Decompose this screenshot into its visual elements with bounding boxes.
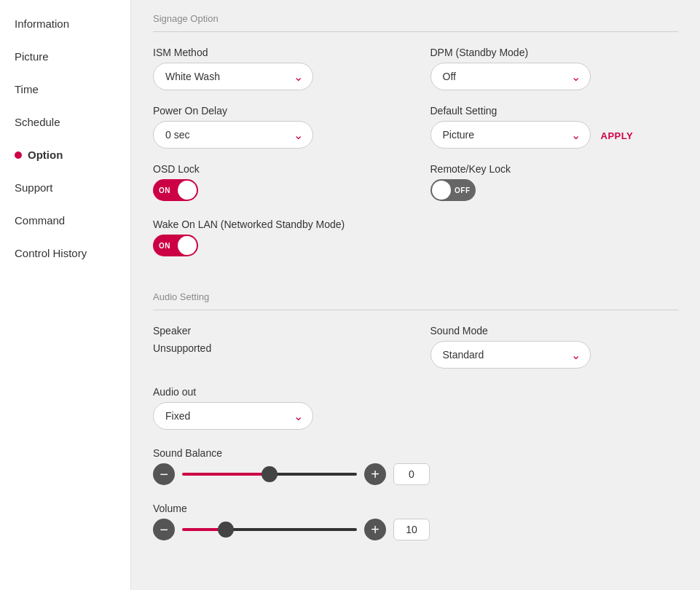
audio-out-select-wrapper: Fixed Variable ⌄ (153, 402, 313, 430)
default-setting-label: Default Setting (430, 105, 679, 117)
audio-out-select[interactable]: Fixed Variable (153, 402, 313, 430)
default-setting-select-wrapper: Picture Factory Reset ⌄ (430, 121, 591, 149)
sound-mode-select-wrapper: Standard Music Cinema Sports Game ⌄ (430, 341, 591, 369)
sound-balance-label: Sound Balance (153, 447, 678, 459)
dpm-field: DPM (Standby Mode) Off 5 sec 10 sec ⌄ (430, 47, 679, 90)
wake-on-lan-toggle-knob (178, 236, 197, 255)
osd-lock-toggle-label: ON (159, 186, 170, 194)
sidebar-item-label: Option (28, 149, 63, 161)
wake-on-lan-field: Wake On LAN (Networked Standby Mode) ON (153, 219, 678, 256)
speaker-field: Speaker Unsupported (153, 325, 401, 369)
osd-lock-field: OSD Lock ON (153, 163, 401, 201)
ism-method-select-wrapper: White Wash Normal Orbiter Inversion Dot … (153, 63, 313, 90)
sound-balance-field: Sound Balance − + (153, 447, 678, 485)
sidebar-item-label: Information (15, 17, 69, 30)
sound-balance-slider-row: − + (153, 463, 678, 485)
speaker-label: Speaker (153, 325, 401, 337)
sidebar-item-label: Schedule (15, 116, 60, 128)
audio-out-field: Audio out Fixed Variable ⌄ (153, 386, 678, 430)
remote-key-lock-label: Remote/Key Lock (430, 163, 679, 175)
default-setting-row: Picture Factory Reset ⌄ APPLY (430, 121, 679, 149)
remote-key-lock-toggle-knob (432, 181, 451, 200)
wake-on-lan-toggle-label: ON (159, 242, 170, 250)
default-setting-select[interactable]: Picture Factory Reset (430, 121, 591, 149)
dpm-select[interactable]: Off 5 sec 10 sec (430, 63, 591, 90)
ism-method-label: ISM Method (153, 47, 401, 58)
volume-slider-row: − + (153, 519, 678, 540)
sidebar-item-label: Support (15, 181, 53, 194)
audio-setting-header: Audio Setting (153, 278, 678, 310)
remote-key-lock-toggle-label: OFF (455, 186, 471, 194)
osd-lock-label: OSD Lock (153, 163, 401, 175)
volume-track[interactable] (182, 528, 357, 531)
osd-lock-toggle-knob (178, 181, 197, 200)
remote-key-lock-toggle[interactable]: OFF (430, 179, 476, 201)
volume-value[interactable] (393, 519, 430, 540)
ism-method-select[interactable]: White Wash Normal Orbiter Inversion Dot … (153, 63, 313, 90)
sidebar-item-command[interactable]: Command (0, 204, 130, 237)
active-dot-icon (15, 152, 22, 159)
remote-key-lock-field: Remote/Key Lock OFF (430, 163, 679, 201)
wake-on-lan-toggle[interactable]: ON (153, 235, 198, 256)
audio-out-label: Audio out (153, 386, 678, 398)
volume-label: Volume (153, 503, 678, 514)
sidebar-item-label: Control History (15, 247, 87, 259)
volume-field: Volume − + (153, 503, 678, 540)
apply-button[interactable]: APPLY (601, 123, 634, 149)
volume-increase-button[interactable]: + (364, 519, 386, 540)
signage-option-header: Signage Option (153, 0, 678, 32)
sidebar-item-label: Command (15, 214, 65, 227)
sidebar-item-control-history[interactable]: Control History (0, 237, 130, 270)
sound-balance-value[interactable] (393, 463, 430, 485)
power-on-delay-field: Power On Delay 0 sec 1 sec 2 sec ⌄ (153, 105, 401, 149)
sound-balance-increase-button[interactable]: + (364, 463, 386, 485)
dpm-label: DPM (Standby Mode) (430, 47, 679, 58)
volume-knob[interactable] (218, 522, 234, 538)
sound-mode-label: Sound Mode (430, 325, 679, 337)
sidebar-item-label: Time (15, 83, 39, 95)
sound-balance-knob[interactable] (261, 466, 278, 482)
sidebar-item-label: Picture (15, 50, 49, 63)
sidebar: Information Picture Time Schedule Option… (0, 0, 131, 590)
power-on-delay-label: Power On Delay (153, 105, 401, 117)
osd-lock-toggle[interactable]: ON (153, 179, 198, 201)
sound-balance-decrease-button[interactable]: − (153, 463, 175, 485)
sidebar-item-option[interactable]: Option (0, 138, 130, 171)
dpm-select-wrapper: Off 5 sec 10 sec ⌄ (430, 63, 591, 90)
sidebar-item-information[interactable]: Information (0, 7, 130, 40)
sound-mode-field: Sound Mode Standard Music Cinema Sports … (430, 325, 679, 369)
sidebar-item-picture[interactable]: Picture (0, 40, 130, 73)
wake-on-lan-label: Wake On LAN (Networked Standby Mode) (153, 219, 678, 230)
speaker-value: Unsupported (153, 342, 401, 354)
volume-decrease-button[interactable]: − (153, 519, 175, 540)
sidebar-item-schedule[interactable]: Schedule (0, 106, 130, 138)
sidebar-item-time[interactable]: Time (0, 73, 130, 106)
ism-method-field: ISM Method White Wash Normal Orbiter Inv… (153, 47, 401, 90)
power-on-delay-select-wrapper: 0 sec 1 sec 2 sec ⌄ (153, 121, 313, 149)
sound-mode-select[interactable]: Standard Music Cinema Sports Game (430, 341, 591, 369)
sidebar-item-support[interactable]: Support (0, 171, 130, 204)
default-setting-field: Default Setting Picture Factory Reset ⌄ … (430, 105, 679, 149)
main-content: Signage Option ISM Method White Wash Nor… (131, 0, 700, 590)
power-on-delay-select[interactable]: 0 sec 1 sec 2 sec (153, 121, 313, 149)
sound-balance-track[interactable] (182, 473, 357, 476)
